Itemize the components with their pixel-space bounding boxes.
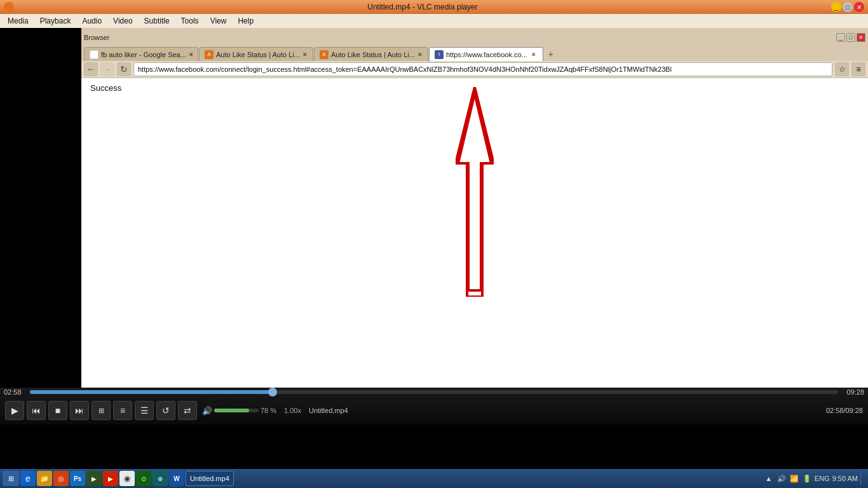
volume-section: 🔊 78% [202, 406, 276, 416]
browser-menu-button[interactable]: ≡ [851, 62, 865, 76]
menu-view[interactable]: View [205, 15, 232, 27]
menu-media[interactable]: Media [3, 15, 34, 27]
time-elapsed: 02:58 [4, 388, 26, 396]
menu-tools[interactable]: Tools [176, 15, 204, 27]
taskbar-app3[interactable]: ◎ [53, 471, 69, 486]
taskbar-vlc-label: Untitled.mp4 [190, 475, 229, 482]
tab1-favicon: G [90, 50, 98, 59]
browser-restore[interactable]: □ [846, 33, 855, 42]
taskbar-ie[interactable]: e [20, 471, 36, 486]
tray-time: 9:50 AM [832, 475, 858, 482]
taskbar-apps: e 📁 ◎ Ps ▶ ▶ ◉ ⊙ ⊕ W [20, 471, 184, 486]
red-arrow [456, 87, 494, 297]
menu-audio[interactable]: Audio [77, 15, 107, 27]
tray-icon-network[interactable]: 📶 [789, 473, 799, 484]
taskbar-app8[interactable]: ⊙ [136, 471, 151, 486]
speed-label: 1.00x [284, 407, 301, 414]
browser-window-title: Browser [84, 34, 109, 41]
filename-label: Untitled.mp4 [309, 407, 348, 414]
tray-icon-volume[interactable]: 🔊 [776, 473, 787, 484]
left-black-panel [0, 28, 81, 388]
minimize-button[interactable]: _ [831, 2, 841, 12]
vlc-icon [4, 2, 14, 12]
taskbar-active-vlc[interactable]: Untitled.mp4 [186, 471, 234, 486]
tray-lang: ENG [815, 475, 830, 482]
vlc-video-area: Browser _ □ ✕ G fb auto liker - Google S… [0, 28, 868, 388]
loop-button[interactable]: ↺ [156, 401, 175, 420]
back-button[interactable]: ← [84, 62, 98, 76]
browser-title-bar: Browser _ □ ✕ [84, 30, 865, 44]
taskbar-right: ▲ 🔊 📶 🔋 ENG 9:50 AM [764, 471, 865, 485]
tab2-label: Auto Like Status | Auto Li... [216, 51, 300, 58]
play-button[interactable]: ▶ [5, 401, 24, 420]
playlist-button[interactable]: ☰ [135, 401, 154, 420]
tab1-close[interactable]: ✕ [189, 51, 194, 58]
address-bar-row: ← → ↻ ☆ ≡ [81, 61, 868, 78]
tab4-close[interactable]: ✕ [530, 51, 538, 58]
forward-button[interactable]: → [100, 62, 114, 76]
progress-bar-row: 02:58 09:28 [0, 388, 868, 396]
taskbar-folder[interactable]: 📁 [37, 471, 52, 486]
random-button[interactable]: ⇄ [178, 401, 197, 420]
close-button[interactable]: ✕ [854, 2, 864, 12]
controls-row: ▶ ⏮ ■ ⏭ ⊞ ≡ ☰ ↺ ⇄ 🔊 78% 1.00x Untitled.m… [0, 396, 868, 424]
time-display: 02:58/09:28 [826, 407, 863, 414]
prev-chapter-button[interactable]: ⏮ [27, 401, 46, 420]
progress-thumb[interactable] [268, 388, 277, 396]
tab3-favicon: A [320, 50, 329, 59]
progress-track[interactable] [30, 390, 838, 394]
progress-fill [30, 390, 273, 394]
browser-tab-2[interactable]: A Auto Like Status | Auto Li... ✕ [199, 47, 313, 61]
success-text: Success [90, 83, 121, 93]
browser-tab-1[interactable]: G fb auto liker - Google Sea... ✕ [84, 47, 198, 61]
browser-content: Success [81, 78, 868, 388]
volume-fill [214, 409, 249, 412]
menu-playback[interactable]: Playback [35, 15, 76, 27]
next-chapter-button[interactable]: ⏭ [70, 401, 89, 420]
svg-marker-0 [456, 87, 494, 297]
tab4-favicon: f [435, 50, 444, 59]
stop-button[interactable]: ■ [48, 401, 67, 420]
tray-icon-show[interactable]: ▲ [764, 473, 774, 484]
tab2-close[interactable]: ✕ [302, 51, 308, 58]
volume-track[interactable] [214, 409, 259, 412]
taskbar-photoshop[interactable]: Ps [70, 471, 85, 486]
browser-tab-4[interactable]: f https://www.facebook.co... ✕ [429, 47, 543, 61]
reload-button[interactable]: ↻ [117, 62, 131, 76]
frame-by-frame-button[interactable]: ⊞ [92, 401, 111, 420]
taskbar-app6[interactable]: ▶ [103, 471, 118, 486]
tray-show-desktop[interactable] [860, 471, 863, 485]
taskbar-word[interactable]: W [169, 471, 184, 486]
browser-tab-3[interactable]: A Auto Like Status | Auto Li... ✕ [314, 47, 428, 61]
tab2-favicon: A [205, 50, 214, 59]
menu-bar: Media Playback Audio Video Subtitle Tool… [0, 14, 868, 28]
tab3-label: Auto Like Status | Auto Li... [331, 51, 415, 58]
browser-tabs: G fb auto liker - Google Sea... ✕ A Auto… [84, 46, 865, 61]
taskbar-app5[interactable]: ▶ [86, 471, 102, 486]
browser-minimize[interactable]: _ [836, 33, 845, 42]
time-total: 09:28 [842, 388, 864, 396]
menu-help[interactable]: Help [233, 15, 259, 27]
window-controls: _ □ ✕ [831, 2, 864, 12]
browser-chrome: Browser _ □ ✕ G fb auto liker - Google S… [81, 28, 868, 61]
address-input[interactable] [133, 62, 832, 76]
bookmark-button[interactable]: ☆ [835, 62, 849, 76]
taskbar-app9[interactable]: ⊕ [153, 471, 168, 486]
window-title: Untitled.mp4 - VLC media player [14, 3, 831, 11]
tab4-label: https://www.facebook.co... [446, 51, 527, 58]
menu-subtitle[interactable]: Subtitle [139, 15, 175, 27]
start-button[interactable]: ⊞ [3, 471, 19, 486]
volume-icon[interactable]: 🔊 [202, 406, 212, 416]
browser-window: Browser _ □ ✕ G fb auto liker - Google S… [81, 28, 868, 388]
vlc-controls: 02:58 09:28 ▶ ⏮ ■ ⏭ ⊞ ≡ ☰ ↺ ⇄ 🔊 78% 1.00… [0, 388, 868, 424]
restore-button[interactable]: □ [843, 2, 853, 12]
new-tab-button[interactable]: + [544, 47, 558, 61]
menu-video[interactable]: Video [108, 15, 137, 27]
taskbar-chrome[interactable]: ◉ [119, 471, 135, 486]
extended-settings-button[interactable]: ≡ [113, 401, 132, 420]
tab3-close[interactable]: ✕ [417, 51, 423, 58]
browser-win-controls: _ □ ✕ [836, 33, 865, 42]
tab1-label: fb auto liker - Google Sea... [101, 51, 186, 58]
browser-close[interactable]: ✕ [857, 33, 865, 42]
tray-icon-battery[interactable]: 🔋 [802, 473, 812, 484]
